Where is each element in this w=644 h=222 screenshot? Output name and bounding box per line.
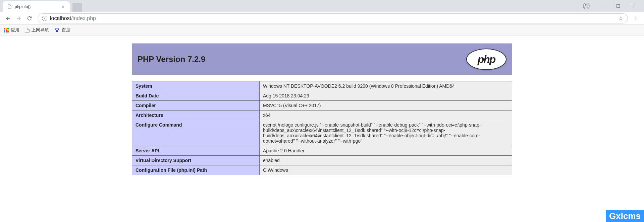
toolbar: i localhost/index.php ☆ ⋮: [0, 12, 644, 25]
table-value: x64: [260, 110, 512, 120]
svg-point-9: [56, 30, 58, 32]
url-text: localhost/index.php: [50, 15, 96, 21]
table-key: Configuration File (php.ini) Path: [132, 165, 260, 175]
content-area[interactable]: PHP Version 7.2.9 php SystemWindows NT D…: [0, 35, 644, 222]
php-logo: php: [466, 49, 506, 70]
tab-strip: phpinfo() ×: [0, 0, 644, 12]
table-value: enabled: [260, 156, 512, 165]
back-button[interactable]: [3, 13, 13, 24]
star-icon[interactable]: ☆: [618, 15, 624, 22]
svg-point-6: [55, 28, 56, 30]
address-bar[interactable]: i localhost/index.php ☆: [38, 13, 628, 23]
new-tab-button[interactable]: [72, 3, 82, 12]
apps-label: 应用: [11, 27, 19, 33]
phpinfo-table: SystemWindows NT DESKTOP-AVOODE2 6.2 bui…: [132, 81, 512, 175]
apps-bookmark[interactable]: 应用: [4, 27, 19, 33]
file-icon: [7, 4, 12, 9]
url-path: /index.php: [71, 15, 96, 21]
baidu-icon: [54, 27, 60, 33]
table-value: cscript /nologo configure.js "--enable-s…: [260, 120, 512, 146]
baidu-label: 百度: [62, 27, 70, 33]
svg-point-8: [58, 28, 59, 30]
table-key: System: [132, 81, 260, 91]
url-host: localhost: [50, 15, 71, 21]
svg-rect-3: [617, 5, 620, 8]
table-value: MSVC15 (Visual C++ 2017): [260, 101, 512, 110]
minimize-button[interactable]: [595, 1, 610, 11]
table-value: Apache 2.0 Handler: [260, 146, 512, 156]
close-icon[interactable]: ×: [60, 4, 66, 9]
table-key: Architecture: [132, 110, 260, 120]
info-icon[interactable]: i: [42, 16, 47, 21]
nav-label: 上网导航: [32, 27, 49, 33]
tab-title: phpinfo(): [15, 4, 60, 9]
table-value: Windows NT DESKTOP-AVOODE2 6.2 build 920…: [260, 81, 512, 91]
nav-bookmark[interactable]: 上网导航: [25, 27, 49, 33]
browser-tab[interactable]: phpinfo() ×: [3, 1, 70, 12]
table-value: Aug 15 2018 23:04:29: [260, 91, 512, 101]
bookmarks-bar: 应用 上网导航 百度: [0, 25, 644, 35]
menu-button[interactable]: ⋮: [631, 13, 641, 24]
table-key: Configure Command: [132, 120, 260, 146]
svg-point-7: [57, 28, 58, 29]
apps-icon: [4, 28, 9, 32]
table-row: Server APIApache 2.0 Handler: [132, 146, 512, 156]
table-key: Server API: [132, 146, 260, 156]
forward-button[interactable]: [13, 13, 24, 24]
php-logo-text: php: [478, 53, 495, 66]
watermark: Gxlcms: [606, 210, 644, 222]
table-key: Compiler: [132, 101, 260, 110]
phpinfo-page: PHP Version 7.2.9 php SystemWindows NT D…: [132, 44, 512, 175]
window-controls: [582, 0, 644, 12]
phpinfo-header: PHP Version 7.2.9 php: [132, 44, 512, 75]
table-row: SystemWindows NT DESKTOP-AVOODE2 6.2 bui…: [132, 81, 512, 91]
table-key: Virtual Directory Support: [132, 156, 260, 165]
table-row: CompilerMSVC15 (Visual C++ 2017): [132, 101, 512, 110]
baidu-bookmark[interactable]: 百度: [54, 27, 70, 33]
php-version-title: PHP Version 7.2.9: [138, 55, 205, 64]
table-row: Configure Commandcscript /nologo configu…: [132, 120, 512, 146]
maximize-button[interactable]: [610, 1, 626, 11]
table-row: Architecturex64: [132, 110, 512, 120]
table-row: Virtual Directory Supportenabled: [132, 156, 512, 165]
profile-icon[interactable]: [582, 1, 591, 11]
table-value: C:\Windows: [260, 165, 512, 175]
table-row: Configuration File (php.ini) PathC:\Wind…: [132, 165, 512, 175]
table-row: Build DateAug 15 2018 23:04:29: [132, 91, 512, 101]
reload-button[interactable]: [24, 13, 35, 24]
close-window-button[interactable]: [626, 1, 641, 11]
table-key: Build Date: [132, 91, 260, 101]
page-icon: [25, 28, 30, 32]
svg-point-1: [585, 4, 587, 6]
